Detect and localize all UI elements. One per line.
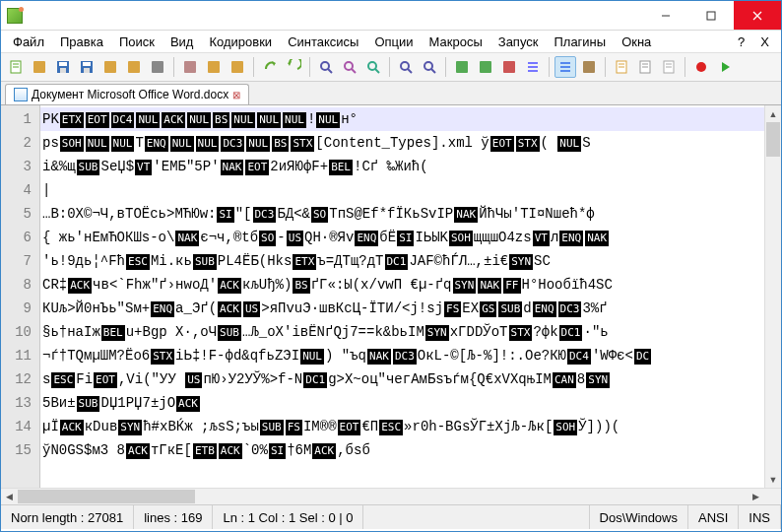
menu-11[interactable]: ? [730, 33, 752, 51]
code-area[interactable]: PKETXEOTDC4NULACKNULBSNULNULNUL!NULн°psS… [40, 105, 781, 504]
paste-button[interactable] [227, 56, 248, 78]
zoomin-button[interactable] [395, 56, 417, 78]
minimize-button[interactable] [643, 1, 688, 30]
svg-rect-12 [83, 62, 91, 66]
control-char: DC4 [111, 112, 135, 128]
vscroll-thumb[interactable] [766, 122, 780, 157]
code-line[interactable]: …В:0X©¬Ч,вТОЁсь>МЋЮw:SI"[DC3БД<&SOTпS@Ef… [40, 202, 781, 226]
find-button[interactable] [315, 56, 337, 78]
titlebar [1, 1, 781, 31]
scroll-corner [764, 489, 781, 504]
file-icon [14, 88, 28, 101]
code-line[interactable]: µЇACKкDuвSYNħ#xBЌж ;љsS;ъыSUBFSІM®®EOT€П… [40, 415, 781, 438]
docmap-button[interactable] [611, 56, 632, 78]
toolbar-separator [445, 57, 446, 77]
code-line[interactable]: i&%щSUBSeЏ$VT'EMБ"5P'NAKEOT2иЯЮфF+BEL!Cґ… [40, 155, 781, 178]
userlang-button[interactable] [578, 56, 600, 78]
scroll-right-icon[interactable]: ▶ [748, 489, 764, 504]
code-line[interactable]: 5Bи±SUBDЏ1РЏ7±jОACK [40, 391, 781, 415]
code-line[interactable]: 'ь!9дь¦^FħESCMi.кьSUBPL4ЁБ(HksETXъ=ДТщ?д… [40, 249, 781, 273]
replace-button[interactable] [339, 56, 360, 78]
record-macro-button[interactable] [690, 56, 712, 78]
toolbar [1, 52, 781, 82]
control-char: CAN [553, 372, 576, 388]
funclist-button[interactable] [658, 56, 680, 78]
print-button[interactable] [147, 56, 168, 78]
menu-8[interactable]: Запуск [490, 33, 547, 51]
horizontal-scrollbar[interactable]: ◀ ▶ [1, 488, 781, 504]
menu-1[interactable]: Правка [52, 33, 111, 51]
document-tab[interactable]: Документ Microsoft Office Word.docx ⊠ [5, 84, 249, 104]
copy-button[interactable] [203, 56, 225, 78]
synch-button[interactable] [475, 56, 496, 78]
status-spacer [363, 505, 589, 529]
control-char: NUL [170, 136, 194, 152]
line-number: 6 [1, 226, 39, 249]
maximize-button[interactable] [688, 1, 734, 30]
menu-12[interactable]: X [752, 33, 777, 51]
menu-6[interactable]: Опции [366, 33, 421, 51]
redo-button[interactable] [283, 56, 304, 78]
menu-2[interactable]: Поиск [111, 33, 163, 51]
menu-9[interactable]: Плагины [546, 33, 614, 51]
control-char: FS [286, 420, 302, 435]
allchars-button[interactable] [522, 56, 544, 78]
save-button[interactable] [52, 56, 74, 78]
control-char: SOH [60, 136, 84, 152]
close-file-button[interactable] [99, 56, 121, 78]
code-line[interactable]: psSOHNULNULTENQNULNULDC3NULBSSTX[Content… [40, 131, 781, 155]
scroll-down-icon[interactable]: ▼ [765, 471, 781, 488]
code-line[interactable]: КUљ>Й0нЪь"Sм+ENQa_Эґ(ACKUS>яПvuЭ·швКсЦ-Ї… [40, 297, 781, 320]
control-char: SYN [509, 254, 533, 270]
open-button[interactable] [29, 56, 50, 78]
code-line[interactable]: CR‡ACKчв<`Fhж"ґ›нwоД'ACKкљUђ%)BSґГ«:Ы(x/… [40, 273, 781, 297]
zoomout-button[interactable] [419, 56, 440, 78]
line-number: 15 [1, 438, 39, 462]
play-macro-button[interactable] [714, 56, 736, 78]
doclist-button[interactable] [634, 56, 656, 78]
cut-button[interactable] [179, 56, 201, 78]
code-line[interactable]: | [40, 178, 781, 202]
wrap-button[interactable] [498, 56, 520, 78]
control-char: DC3 [221, 136, 244, 152]
scroll-left-icon[interactable]: ◀ [1, 489, 18, 504]
vertical-scrollbar[interactable]: ▲ ▼ [764, 105, 781, 488]
line-number: 9 [1, 297, 39, 320]
closeall-button[interactable] [123, 56, 145, 78]
control-char: NUL [111, 136, 135, 152]
control-char: ENQ [355, 231, 378, 246]
control-char: DC1 [385, 254, 409, 270]
line-number: 1 [1, 107, 39, 131]
control-char: EOT [94, 372, 117, 388]
code-line[interactable]: { жь'нЕмЋОКШs-о\NAKє¬ч,®tбSO-USQH·®ЯvENQ… [40, 226, 781, 249]
new-button[interactable] [5, 56, 27, 78]
close-button[interactable] [734, 1, 781, 30]
menu-4[interactable]: Кодировки [201, 33, 280, 51]
svg-rect-16 [152, 61, 163, 73]
control-char: BS [272, 136, 289, 152]
menu-7[interactable]: Макросы [422, 33, 490, 51]
svg-point-22 [345, 62, 353, 70]
menu-10[interactable]: Окна [614, 33, 659, 51]
control-char: ACK [312, 443, 336, 459]
code-line[interactable]: ўN0GS$м3 8ACKтГкE[ETBACK`0%SI†6MACK,бsб [40, 438, 781, 462]
syncv-button[interactable] [451, 56, 473, 78]
code-line[interactable]: sESCFiEOT,Vi("УУ USпЮ›У2УЎ%>f-NDC1g>X~oц… [40, 367, 781, 391]
saveall-button[interactable] [76, 56, 98, 78]
control-char: ENQ [559, 231, 583, 246]
menu-3[interactable]: Вид [163, 33, 202, 51]
undo-button[interactable] [259, 56, 281, 78]
findinfiles-button[interactable] [362, 56, 384, 78]
menu-5[interactable]: Синтаксисы [280, 33, 366, 51]
code-line[interactable]: ¬ѓ†ТQмµШМ?Ёо6STXіЬ‡!F-фd&qfьZЭINUL) "ъqN… [40, 344, 781, 367]
control-char: BEL [329, 160, 353, 175]
scroll-up-icon[interactable]: ▲ [765, 105, 781, 122]
hscroll-thumb[interactable] [18, 490, 195, 503]
indentguide-button[interactable] [554, 56, 576, 78]
code-line[interactable]: PKETXEOTDC4NULACKNULBSNULNULNUL!NULн° [40, 107, 781, 131]
menu-0[interactable]: Файл [5, 33, 52, 51]
toolbar-separator [684, 57, 685, 77]
tab-close-icon[interactable]: ⊠ [232, 90, 240, 100]
code-line[interactable]: §ь†наІжBELu+Bgp X·,oЧSUB…Љ_oX'iвЁNґQj7==… [40, 320, 781, 344]
control-char: US [243, 301, 260, 317]
